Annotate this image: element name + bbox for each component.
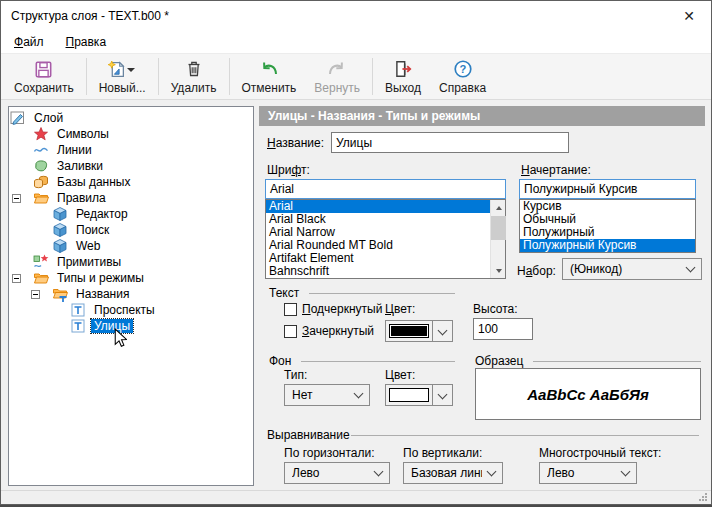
chevron-down-icon	[487, 466, 497, 476]
bg-group-title: Фон	[269, 354, 291, 368]
resize-grip-icon[interactable]	[698, 492, 708, 502]
layer-tree: Слой Символы Линии Заливки Базы данных П…	[8, 106, 254, 486]
menu-file[interactable]: Файл	[3, 31, 55, 53]
toolbar-separator	[229, 58, 230, 95]
tree-item-rules[interactable]: Правила	[9, 190, 253, 206]
style-input[interactable]: Полужирный Курсив	[519, 179, 696, 199]
h-align-combo[interactable]: Лево	[284, 462, 390, 484]
font-label: Шрифт:	[267, 163, 310, 177]
group-divider	[533, 361, 701, 362]
save-icon	[34, 60, 53, 79]
height-label: Высота:	[473, 302, 518, 316]
strike-label: Зачеркнутый	[302, 324, 374, 338]
tree-item-databases[interactable]: Базы данных	[9, 174, 253, 190]
scrollbar-thumb[interactable]	[491, 216, 506, 240]
undo-icon	[259, 59, 279, 79]
title-bar[interactable]: Структура слоя - TEXT.b00 * ✕	[1, 1, 711, 31]
properties-panel: Улицы - Названия - Типы и режимы Названи…	[259, 106, 705, 486]
mouse-cursor-icon	[114, 328, 127, 348]
chevron-down-icon	[686, 262, 696, 272]
undo-button[interactable]: Отменить	[233, 54, 306, 99]
folder-text-icon	[52, 286, 68, 302]
strike-checkbox[interactable]	[284, 325, 297, 338]
save-button[interactable]: Сохранить	[5, 54, 83, 99]
toolbar-separator	[86, 58, 87, 95]
name-input[interactable]: Улицы	[331, 132, 569, 153]
bg-color-label: Цвет:	[385, 368, 415, 382]
underline-checkbox[interactable]	[284, 303, 297, 316]
collapse-box-icon[interactable]	[31, 290, 40, 299]
chevron-down-icon	[432, 385, 452, 405]
help-button[interactable]: ? Справка	[430, 54, 495, 99]
panel-header: Улицы - Названия - Типы и режимы	[259, 106, 705, 126]
new-document-icon	[107, 60, 126, 79]
text-icon	[70, 318, 86, 334]
line-icon	[33, 142, 49, 158]
tree-item-streets[interactable]: Улицы	[9, 318, 253, 334]
charset-combo[interactable]: (Юникод)	[562, 258, 702, 280]
tree-item-layer[interactable]: Слой	[9, 110, 253, 126]
redo-button[interactable]: Вернуть	[305, 54, 369, 99]
align-group-title: Выравнивание	[267, 428, 350, 442]
menu-bar: Файл Правка	[1, 31, 711, 53]
v-align-label: По вертикали:	[403, 446, 482, 460]
multiline-combo[interactable]: Лево	[539, 462, 637, 484]
group-divider	[309, 293, 455, 294]
font-list-item[interactable]: Bahnschrift	[266, 265, 490, 278]
layer-icon	[10, 110, 26, 126]
text-icon	[70, 302, 86, 318]
tree-item-primitives[interactable]: Примитивы	[9, 254, 253, 270]
new-button[interactable]: Новый...	[90, 54, 155, 99]
folder-icon	[33, 190, 49, 206]
tree-item-editor[interactable]: Редактор	[9, 206, 253, 222]
bg-type-label: Тип:	[284, 368, 307, 382]
style-label: Начертание:	[521, 163, 591, 177]
tree-item-titles[interactable]: Названия	[9, 286, 253, 302]
tree-item-web[interactable]: Web	[9, 238, 253, 254]
new-dropdown-arrow[interactable]	[127, 68, 135, 72]
exit-button[interactable]: Выход	[376, 54, 430, 99]
bg-color-combo[interactable]	[385, 384, 453, 406]
svg-text:?: ?	[459, 63, 466, 75]
tree-item-prospects[interactable]: Проспекты	[9, 302, 253, 318]
chevron-down-icon	[354, 388, 364, 398]
h-align-label: По горизонтали:	[284, 446, 375, 460]
text-color-combo[interactable]	[385, 320, 453, 342]
color-swatch	[389, 388, 429, 402]
toolbar-separator	[372, 58, 373, 95]
bg-type-combo[interactable]: Нет	[284, 384, 370, 406]
v-align-combo[interactable]: Базовая линия	[403, 462, 503, 484]
exit-door-icon	[393, 59, 413, 79]
window-title: Структура слоя - TEXT.b00 *	[11, 1, 169, 31]
tree-item-search[interactable]: Поиск	[9, 222, 253, 238]
redo-icon	[327, 59, 347, 79]
cube-icon	[52, 222, 68, 238]
collapse-box-icon[interactable]	[12, 274, 21, 283]
close-button[interactable]: ✕	[671, 1, 707, 31]
font-listbox: Arial Arial Black Arial Narrow Arial Rou…	[265, 199, 506, 279]
chevron-down-icon	[432, 321, 452, 341]
menu-edit[interactable]: Правка	[55, 31, 118, 53]
tree-item-fills[interactable]: Заливки	[9, 158, 253, 174]
delete-button[interactable]: Удалить	[162, 54, 226, 99]
collapse-box-icon[interactable]	[12, 194, 21, 203]
database-icon	[33, 174, 49, 190]
height-input[interactable]: 100	[473, 318, 533, 340]
group-divider	[351, 435, 699, 436]
tree-item-symbols[interactable]: Символы	[9, 126, 253, 142]
underline-label: Подчеркнутый	[302, 302, 382, 316]
style-listbox: Курсив Обычный Полужирный Полужирный Кур…	[519, 199, 696, 253]
style-list-item[interactable]: Полужирный Курсив	[520, 239, 695, 252]
tree-item-lines[interactable]: Линии	[9, 142, 253, 158]
fill-icon	[33, 158, 49, 174]
folder-icon	[33, 270, 49, 286]
cube-icon	[52, 206, 68, 222]
scroll-down-icon[interactable]	[491, 263, 506, 278]
font-list-scrollbar[interactable]	[490, 200, 505, 278]
sample-group-title: Образец	[475, 354, 523, 368]
help-icon: ?	[453, 59, 473, 79]
font-input[interactable]: Arial	[265, 179, 506, 199]
tree-item-types-modes[interactable]: Типы и режимы	[9, 270, 253, 286]
scroll-up-icon[interactable]	[491, 200, 506, 215]
text-group-title: Текст	[269, 286, 299, 300]
